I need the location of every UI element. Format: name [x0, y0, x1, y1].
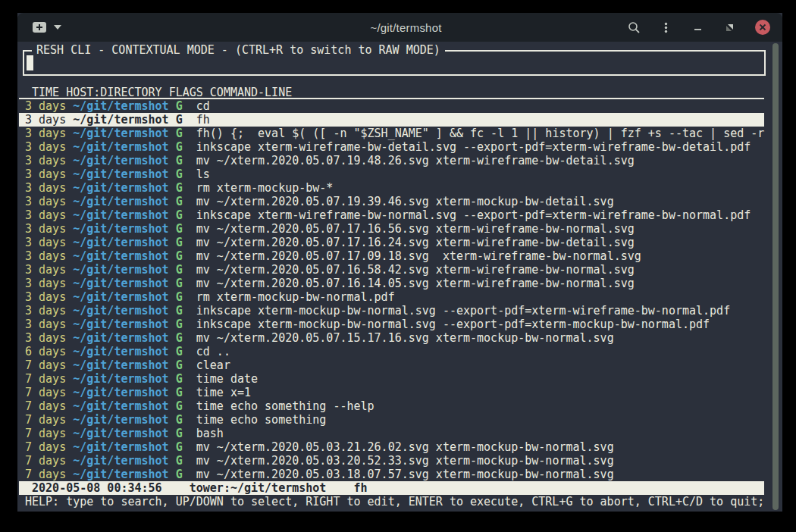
history-row-selected[interactable]: 3 days ~/git/termshot G fh: [19, 113, 764, 127]
directory-cell: ~/git/termshot: [73, 222, 168, 236]
close-icon: [759, 23, 766, 31]
search-box[interactable]: RESH CLI - CONTEXTUAL MODE - (CTRL+R to …: [23, 50, 766, 76]
time-cell: 3 days: [25, 154, 66, 167]
history-row[interactable]: 3 days ~/git/termshot G mv ~/xterm.2020.…: [19, 263, 764, 277]
time-cell: 3 days: [25, 290, 66, 304]
flag-cell: G: [176, 222, 183, 236]
history-row[interactable]: 7 days ~/git/termshot G time x=1: [19, 386, 764, 399]
history-row[interactable]: 3 days ~/git/termshot G inkscape xterm-w…: [19, 140, 764, 154]
table-header: TIME HOST:DIRECTORY FLAGS COMMAND-LINE: [19, 86, 764, 99]
history-row[interactable]: 7 days ~/git/termshot G bash: [19, 427, 764, 440]
command-cell: cd: [196, 99, 210, 113]
time-cell: 7 days: [25, 454, 66, 468]
flag-cell: G: [176, 263, 183, 277]
scrollbar[interactable]: [772, 43, 779, 510]
command-cell: time echo something --help: [196, 399, 374, 413]
directory-cell: ~/git/termshot: [73, 454, 168, 468]
directory-cell: ~/git/termshot: [73, 167, 168, 181]
close-button[interactable]: [755, 20, 770, 35]
history-row[interactable]: 7 days ~/git/termshot G time echo someth…: [19, 399, 764, 413]
flag-cell: G: [176, 249, 183, 263]
time-cell: 3 days: [25, 249, 66, 263]
history-row[interactable]: 3 days ~/git/termshot G ls: [19, 167, 764, 181]
search-button[interactable]: [628, 21, 641, 34]
history-row[interactable]: 7 days ~/git/termshot G mv ~/xterm.2020.…: [19, 454, 764, 468]
command-cell: inkscape xterm-mockup-bw-normal.svg --ex…: [196, 304, 730, 318]
restore-button[interactable]: [723, 21, 736, 34]
time-cell: 7 days: [25, 413, 66, 427]
history-row[interactable]: 7 days ~/git/termshot G time date: [19, 372, 764, 386]
history-row[interactable]: 3 days ~/git/termshot G cd: [19, 99, 764, 113]
directory-cell: ~/git/termshot: [73, 277, 168, 290]
history-row[interactable]: 7 days ~/git/termshot G time echo someth…: [19, 413, 764, 427]
history-row[interactable]: 3 days ~/git/termshot G mv ~/xterm.2020.…: [19, 331, 764, 345]
directory-cell: ~/git/termshot: [73, 290, 168, 304]
flag-cell: G: [176, 427, 183, 440]
history-row[interactable]: 7 days ~/git/termshot G clear: [19, 358, 764, 372]
flag-cell: G: [176, 345, 183, 358]
directory-cell: ~/git/termshot: [73, 399, 168, 413]
command-cell: clear: [196, 358, 230, 372]
history-row[interactable]: 7 days ~/git/termshot G mv ~/xterm.2020.…: [19, 440, 764, 454]
time-cell: 3 days: [25, 181, 66, 195]
history-row[interactable]: 3 days ~/git/termshot G inkscape xterm-m…: [19, 304, 764, 318]
directory-cell: ~/git/termshot: [73, 249, 168, 263]
command-cell: mv ~/xterm.2020.05.07.17.16.24.svg xterm…: [196, 236, 635, 249]
minimize-button[interactable]: [691, 21, 704, 34]
history-row[interactable]: 3 days ~/git/termshot G mv ~/xterm.2020.…: [19, 236, 764, 249]
history-row[interactable]: 3 days ~/git/termshot G mv ~/xterm.2020.…: [19, 222, 764, 236]
chevron-down-icon[interactable]: [54, 25, 61, 30]
history-row[interactable]: 3 days ~/git/termshot G mv ~/xterm.2020.…: [19, 154, 764, 167]
history-row[interactable]: 7 days ~/git/termshot G mv ~/xterm.2020.…: [19, 468, 764, 481]
directory-cell: ~/git/termshot: [73, 154, 168, 167]
menu-button[interactable]: [660, 21, 672, 34]
history-row[interactable]: 3 days ~/git/termshot G inkscape xterm-m…: [19, 318, 764, 331]
time-cell: 7 days: [25, 386, 66, 399]
directory-cell: ~/git/termshot: [73, 140, 168, 154]
command-cell: mv ~/xterm.2020.05.07.17.16.56.svg xterm…: [196, 222, 635, 236]
command-cell: inkscape xterm-wireframe-bw-normal.svg -…: [196, 208, 751, 222]
directory-cell: ~/git/termshot: [73, 372, 168, 386]
directory-cell: ~/git/termshot: [73, 236, 168, 249]
time-cell: 3 days: [25, 222, 66, 236]
command-cell: mv ~/xterm.2020.05.07.15.17.16.svg xterm…: [196, 331, 614, 345]
time-cell: 3 days: [25, 331, 66, 345]
command-cell: mv ~/xterm.2020.05.03.18.07.57.svg xterm…: [196, 468, 614, 481]
help-line: HELP: type to search, UP/DOWN to select,…: [19, 495, 764, 509]
time-cell: 3 days: [25, 127, 66, 140]
time-cell: 3 days: [25, 263, 66, 277]
time-cell: 3 days: [25, 167, 66, 181]
command-cell: ls: [196, 167, 210, 181]
flag-cell: G: [176, 413, 183, 427]
directory-cell: ~/git/termshot: [73, 358, 168, 372]
command-cell: time x=1: [196, 386, 251, 399]
flag-cell: G: [176, 140, 183, 154]
command-cell: mv ~/xterm.2020.05.03.21.26.02.svg xterm…: [196, 440, 614, 454]
time-cell: 7 days: [25, 440, 66, 454]
history-row[interactable]: 3 days ~/git/termshot G mv ~/xterm.2020.…: [19, 195, 764, 208]
terminal-window: ~/git/termshot: [17, 13, 782, 512]
time-cell: 3 days: [25, 304, 66, 318]
new-tab-button[interactable]: [33, 22, 61, 33]
history-row[interactable]: 3 days ~/git/termshot G fh() {; eval $( …: [19, 127, 764, 140]
history-row[interactable]: 3 days ~/git/termshot G mv ~/xterm.2020.…: [19, 277, 764, 290]
flag-cell: G: [176, 468, 183, 481]
history-row[interactable]: 3 days ~/git/termshot G mv ~/xterm.2020.…: [19, 249, 764, 263]
directory-cell: ~/git/termshot: [73, 468, 168, 481]
search-box-title: RESH CLI - CONTEXTUAL MODE - (CTRL+R to …: [32, 43, 445, 57]
directory-cell: ~/git/termshot: [73, 195, 168, 208]
restore-icon: [723, 21, 736, 34]
flag-cell: G: [176, 127, 183, 140]
history-row[interactable]: 3 days ~/git/termshot G rm xterm-mockup-…: [19, 181, 764, 195]
directory-cell: ~/git/termshot: [73, 386, 168, 399]
time-cell: 3 days: [25, 277, 66, 290]
command-cell: fh: [196, 113, 210, 127]
command-cell: mv ~/xterm.2020.05.07.19.48.26.svg xterm…: [196, 154, 635, 167]
history-row[interactable]: 6 days ~/git/termshot G cd ..: [19, 345, 764, 358]
command-cell: time date: [196, 372, 258, 386]
command-cell: rm xterm-mockup-bw-normal.pdf: [196, 290, 395, 304]
time-cell: 3 days: [25, 113, 66, 127]
command-cell: inkscape xterm-wireframe-bw-detail.svg -…: [196, 140, 751, 154]
history-row[interactable]: 3 days ~/git/termshot G rm xterm-mockup-…: [19, 290, 764, 304]
history-row[interactable]: 3 days ~/git/termshot G inkscape xterm-w…: [19, 208, 764, 222]
